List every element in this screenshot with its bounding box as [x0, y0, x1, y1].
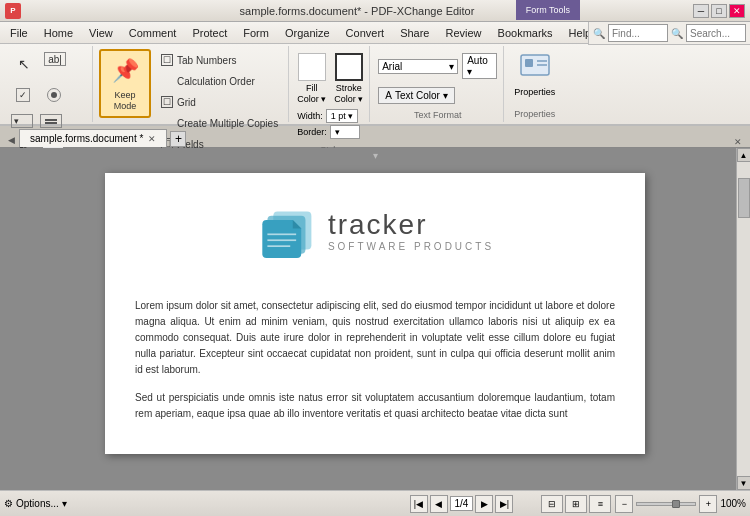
close-all-tabs[interactable]: ✕	[730, 137, 746, 147]
width-row: Width: 1 pt ▾	[297, 109, 363, 123]
zoom-thumb[interactable]	[672, 500, 680, 508]
reflow-button[interactable]: ≡	[589, 495, 611, 513]
new-tab-button[interactable]: +	[170, 131, 186, 147]
text-format-label: Text Format	[378, 108, 497, 120]
document-page: tracker SOFTWARE PRODUCTS Lorem ipsum do…	[105, 173, 645, 454]
options-label: Options...	[16, 498, 59, 509]
first-page-button[interactable]: |◀	[410, 495, 428, 513]
checkbox-icon: ✓	[11, 83, 35, 107]
border-label: Border:	[297, 127, 327, 137]
font-name: Arial	[382, 61, 402, 72]
menu-share[interactable]: Share	[392, 22, 437, 43]
scroll-thumb[interactable]	[738, 178, 750, 218]
vertical-scrollbar[interactable]: ▲ ▼	[736, 148, 750, 490]
document-content: Lorem ipsum dolor sit amet, consectetur …	[135, 298, 615, 422]
menu-convert[interactable]: Convert	[338, 22, 393, 43]
radio-button[interactable]	[39, 80, 69, 110]
last-page-button[interactable]: ▶|	[495, 495, 513, 513]
stroke-color-button[interactable]: StrokeColor ▾	[334, 53, 363, 105]
window-title: sample.forms.document* - PDF-XChange Edi…	[21, 5, 693, 17]
menu-form[interactable]: Form	[235, 22, 277, 43]
paragraph-2: Sed ut perspiciatis unde omnis iste natu…	[135, 390, 615, 422]
calculation-order-button[interactable]: Calculation Order	[155, 72, 284, 90]
text-color-label: Text Color ▾	[395, 90, 448, 101]
tracker-logo-icon	[256, 203, 316, 258]
checkbox-button[interactable]: ✓	[8, 80, 38, 110]
keep-mode-label: KeepMode	[114, 90, 137, 112]
company-name: tracker	[328, 209, 494, 241]
menu-view[interactable]: View	[81, 22, 121, 43]
document-tabs: ◀ sample.forms.document * ✕ + ✕	[0, 126, 750, 148]
text-field-button[interactable]: ab|	[41, 49, 69, 69]
window-controls[interactable]: ─ □ ✕	[693, 4, 745, 18]
tab-numbers-button[interactable]: ☐ Tab Numbers	[155, 51, 284, 69]
list-box-button[interactable]	[37, 111, 65, 131]
keep-mode-icon: 📌	[109, 55, 141, 87]
fit-width-button[interactable]: ⊞	[565, 495, 587, 513]
font-dropdown[interactable]: Arial ▾	[378, 59, 458, 74]
text-color-button[interactable]: A Text Color ▾	[378, 87, 454, 104]
grid-checkbox[interactable]: ☐	[161, 96, 173, 108]
next-page-button[interactable]: ▶	[475, 495, 493, 513]
create-copies-button[interactable]: Create Multiple Copies	[155, 114, 284, 132]
menu-bookmarks[interactable]: Bookmarks	[490, 22, 561, 43]
radio-icon	[42, 83, 66, 107]
menu-home[interactable]: Home	[36, 22, 81, 43]
context-tab-label: Form Tools	[516, 0, 580, 20]
menu-comment[interactable]: Comment	[121, 22, 185, 43]
tab-controls: ✕	[730, 137, 746, 147]
company-tagline: SOFTWARE PRODUCTS	[328, 241, 494, 252]
total-pages: 4	[463, 498, 469, 509]
border-dropdown[interactable]: ▾	[330, 125, 360, 139]
zoom-in-button[interactable]: +	[699, 495, 717, 513]
menu-file[interactable]: File	[2, 22, 36, 43]
minimize-button[interactable]: ─	[693, 4, 709, 18]
menu-review[interactable]: Review	[437, 22, 489, 43]
page-info: 1/4	[450, 496, 474, 511]
zoom-level: 100%	[720, 498, 746, 509]
search-input[interactable]	[686, 24, 746, 42]
toolbar: ↖ ab| ✓ ▾	[0, 44, 750, 126]
svg-rect-1	[525, 59, 533, 67]
tracker-logo: tracker SOFTWARE PRODUCTS	[135, 193, 615, 268]
font-size-dropdown[interactable]: Auto ▾	[462, 53, 497, 79]
tab-numbers-label: Tab Numbers	[177, 55, 236, 66]
menu-organize[interactable]: Organize	[277, 22, 338, 43]
tab-numbers-checkbox[interactable]: ☐	[161, 54, 173, 66]
text-format-section: Arial ▾ Auto ▾ A Text Color ▾ Text Forma…	[372, 46, 504, 122]
fit-page-button[interactable]: ⊟	[541, 495, 563, 513]
combo-box-button[interactable]: ▾	[8, 111, 36, 131]
textfield-icon: ab|	[44, 52, 66, 66]
tab-name: sample.forms.document *	[30, 133, 143, 144]
style-section: FillColor ▾ StrokeColor ▾ Width: 1 pt ▾ …	[291, 46, 370, 122]
zoom-out-button[interactable]: −	[615, 495, 633, 513]
width-label: Width:	[297, 111, 323, 121]
options-button[interactable]: ⚙ Options... ▾	[4, 498, 67, 509]
fill-color-button[interactable]: FillColor ▾	[297, 53, 326, 105]
zoom-slider[interactable]	[636, 502, 696, 506]
properties-button[interactable]: Properties	[514, 49, 555, 97]
text-color-icon: A	[385, 90, 392, 101]
calculation-label: Calculation Order	[177, 76, 255, 87]
scroll-tab-left[interactable]: ◀	[4, 133, 19, 147]
grid-button[interactable]: ☐ Grid	[155, 93, 284, 111]
tab-close-button[interactable]: ✕	[148, 134, 156, 144]
stroke-color-swatch	[335, 53, 363, 81]
close-button[interactable]: ✕	[729, 4, 745, 18]
find-input[interactable]	[608, 24, 668, 42]
cursor-icon: ↖	[12, 52, 36, 76]
menu-protect[interactable]: Protect	[184, 22, 235, 43]
prev-page-button[interactable]: ◀	[430, 495, 448, 513]
select-fields-button[interactable]: ↖	[8, 49, 40, 79]
properties-section: Properties Properties	[506, 46, 563, 122]
maximize-button[interactable]: □	[711, 4, 727, 18]
keep-mode-button[interactable]: 📌 KeepMode	[99, 49, 151, 118]
status-bar: ⚙ Options... ▾ |◀ ◀ 1/4 ▶ ▶| ⊟ ⊞ ≡ − + 1…	[0, 490, 750, 516]
scroll-up-button[interactable]: ▲	[737, 148, 751, 162]
paragraph-1: Lorem ipsum dolor sit amet, consectetur …	[135, 298, 615, 378]
width-dropdown[interactable]: 1 pt ▾	[326, 109, 359, 123]
scroll-down-button[interactable]: ▼	[737, 476, 751, 490]
properties-icon	[517, 49, 553, 85]
find-search-bar: 🔍 🔍	[588, 22, 750, 45]
document-tab[interactable]: sample.forms.document * ✕	[19, 129, 167, 147]
